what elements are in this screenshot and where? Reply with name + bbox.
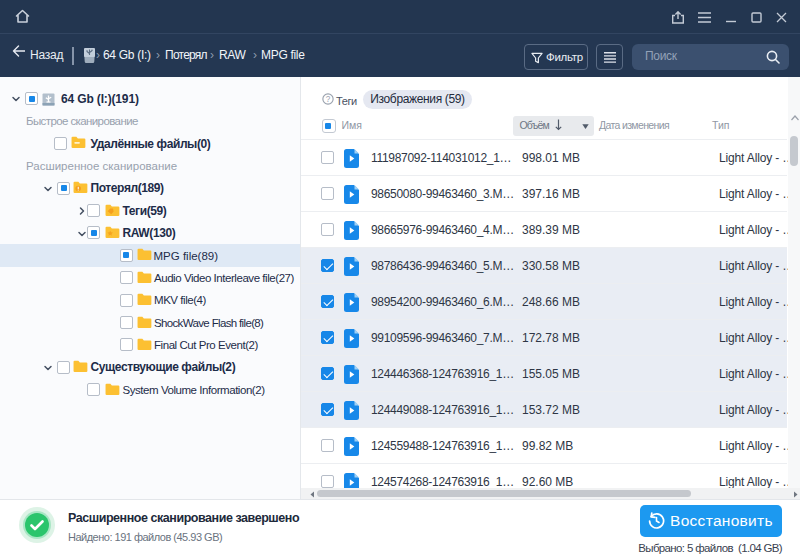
svg-text:?: ? [326,95,331,104]
